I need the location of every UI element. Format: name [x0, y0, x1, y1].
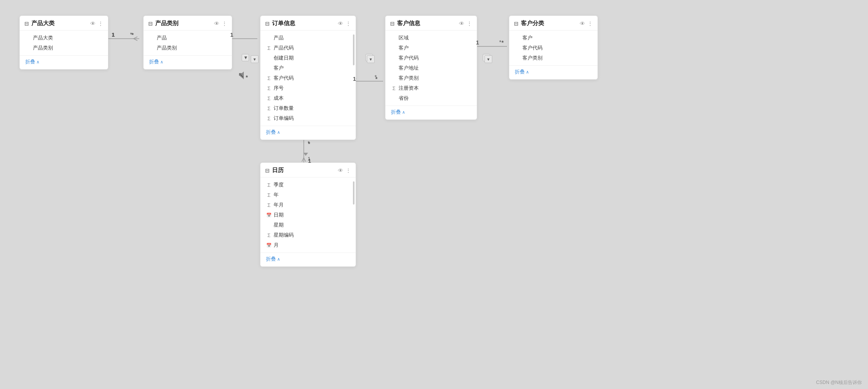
- row-prefix: Σ: [266, 75, 272, 81]
- row-label: 成本: [274, 95, 284, 102]
- table-row: 客户代码: [385, 53, 477, 63]
- more-icon[interactable]: ⋮: [346, 167, 351, 174]
- expand-button-customer[interactable]: ▼: [367, 55, 375, 63]
- expand-button-class[interactable]: ▼: [485, 55, 492, 63]
- relation-label-star5: *: [308, 141, 310, 147]
- table-product-category: ⊟ 产品大类 👁 ⋮ 产品大类 产品类别 折叠: [19, 15, 108, 70]
- table-row: 区域: [385, 33, 477, 43]
- eye-icon[interactable]: 👁: [338, 167, 343, 174]
- table-product-type-body: 产品 产品类别: [144, 31, 232, 55]
- header-actions[interactable]: 👁 ⋮: [90, 20, 103, 27]
- table-row: Σ 星期编码: [260, 230, 356, 240]
- row-prefix: 📅: [266, 213, 272, 218]
- table-row: 客户代码: [509, 43, 597, 53]
- table-row: 📅 月: [260, 240, 356, 250]
- eye-icon[interactable]: 👁: [338, 20, 343, 27]
- table-row: 客户类别: [509, 53, 597, 63]
- row-label: 区域: [399, 34, 409, 41]
- row-label: 省份: [399, 95, 409, 102]
- row-prefix: Σ: [266, 116, 272, 121]
- table-product-type-footer[interactable]: 折叠: [144, 55, 232, 69]
- row-label: 客户: [274, 65, 284, 72]
- header-actions[interactable]: 👁 ⋮: [580, 20, 593, 27]
- expand-button-order[interactable]: ▼: [251, 55, 259, 63]
- table-title: 客户信息: [397, 20, 457, 27]
- table-row: 创建日期: [260, 53, 356, 63]
- row-label: 产品类别: [33, 44, 53, 51]
- table-product-category-footer[interactable]: 折叠: [20, 55, 108, 69]
- row-label: 创建日期: [274, 55, 294, 61]
- row-label: 月: [274, 242, 279, 249]
- row-prefix: Σ: [266, 202, 272, 208]
- row-label: 星期: [274, 222, 284, 229]
- table-icon: ⊟: [24, 20, 29, 27]
- row-label: 客户地址: [399, 65, 419, 72]
- header-actions[interactable]: 👁 ⋮: [338, 20, 351, 27]
- row-prefix: Σ: [266, 45, 272, 51]
- more-icon[interactable]: ⋮: [467, 20, 472, 27]
- table-calendar-footer[interactable]: 折叠: [260, 253, 356, 266]
- table-product-category-body: 产品大类 产品类别: [20, 31, 108, 55]
- row-label: 星期编码: [274, 232, 294, 239]
- table-calendar-body: Σ 季度 Σ 年 Σ 年月 📅 日期 星期 Σ 星期编码: [260, 177, 356, 253]
- row-label: 客户: [399, 44, 409, 51]
- table-title: 客户分类: [521, 20, 577, 27]
- header-actions[interactable]: 👁 ⋮: [214, 20, 227, 27]
- header-actions[interactable]: 👁 ⋮: [338, 167, 351, 174]
- table-row: 省份: [385, 93, 477, 103]
- table-row: Σ 成本: [260, 93, 356, 103]
- table-product-type-header: ⊟ 产品类别 👁 ⋮: [144, 16, 232, 31]
- row-label: 序号: [274, 85, 284, 92]
- fold-button[interactable]: 折叠: [515, 69, 529, 75]
- fold-button[interactable]: 折叠: [149, 59, 163, 65]
- table-title: 日历: [272, 167, 336, 174]
- fold-button[interactable]: 折叠: [266, 256, 280, 262]
- header-actions[interactable]: 👁 ⋮: [459, 20, 472, 27]
- row-label: 客户代码: [274, 75, 294, 82]
- relation-label-1e: 1: [308, 158, 311, 164]
- row-prefix: Σ: [266, 96, 272, 101]
- table-row: 产品大类: [20, 33, 108, 43]
- table-customer-class-body: 客户 客户代码 客户类别: [509, 31, 597, 65]
- table-icon: ⊟: [148, 20, 153, 27]
- table-row: 星期: [260, 220, 356, 230]
- watermark: CSDN @N核后告诉你: [816, 379, 862, 386]
- table-product-category-header: ⊟ 产品大类 👁 ⋮: [20, 16, 108, 31]
- scrollbar[interactable]: [353, 181, 354, 205]
- more-icon[interactable]: ⋮: [98, 20, 103, 27]
- relation-label-star: *: [132, 32, 134, 38]
- more-icon[interactable]: ⋮: [587, 20, 593, 27]
- eye-icon[interactable]: 👁: [459, 20, 464, 27]
- eye-icon[interactable]: 👁: [214, 20, 219, 27]
- eye-icon[interactable]: 👁: [90, 20, 96, 27]
- table-customer-info-footer[interactable]: 折叠: [385, 106, 477, 119]
- more-icon[interactable]: ⋮: [346, 20, 351, 27]
- row-label: 产品大类: [33, 34, 53, 41]
- eye-icon[interactable]: 👁: [580, 20, 585, 27]
- table-row: Σ 订单编码: [260, 113, 356, 123]
- relation-label-1b: 1: [230, 32, 233, 38]
- row-label: 日期: [274, 212, 284, 218]
- relation-label-1d: 1: [476, 39, 479, 46]
- relation-label-star2: *: [246, 74, 248, 80]
- row-prefix: 📅: [266, 243, 272, 248]
- table-row: Σ 注册资本: [385, 83, 477, 93]
- table-row: 客户类别: [385, 73, 477, 83]
- table-row: 产品: [260, 33, 356, 43]
- row-label: 客户类别: [522, 55, 543, 61]
- row-label: 产品类别: [157, 44, 177, 51]
- fold-button[interactable]: 折叠: [25, 59, 39, 65]
- fold-button[interactable]: 折叠: [266, 129, 280, 135]
- table-customer-class-footer[interactable]: 折叠: [509, 65, 597, 79]
- table-customer-info-body: 区域 客户 客户代码 客户地址 客户类别 Σ 注册资本: [385, 31, 477, 106]
- table-row: 产品类别: [144, 43, 232, 53]
- table-icon: ⊟: [514, 20, 519, 27]
- table-title: 产品大类: [31, 20, 88, 27]
- relation-label-star4: *: [502, 39, 503, 46]
- table-order-info-footer[interactable]: 折叠: [260, 126, 356, 140]
- table-customer-info-header: ⊟ 客户信息 👁 ⋮: [385, 16, 477, 31]
- more-icon[interactable]: ⋮: [222, 20, 227, 27]
- fold-button[interactable]: 折叠: [391, 109, 405, 115]
- scrollbar[interactable]: [353, 34, 354, 65]
- cursor-icon: ↖: [238, 70, 245, 80]
